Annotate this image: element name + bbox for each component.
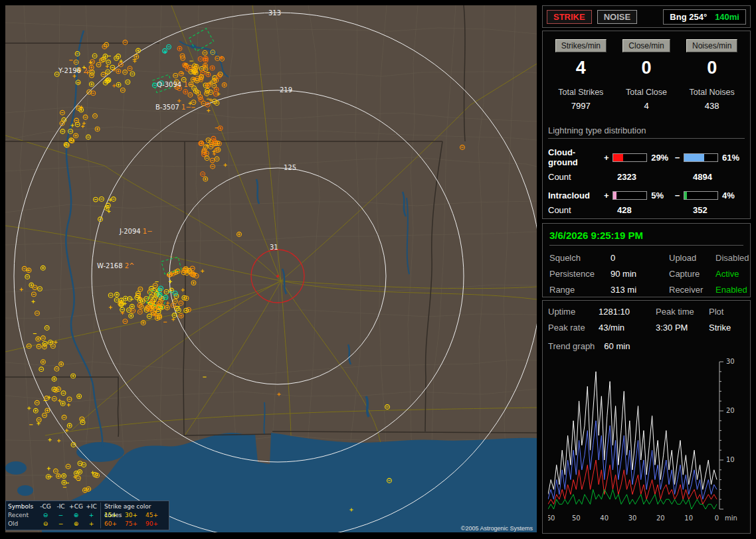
trend-series-intracloud <box>548 489 717 509</box>
legend-row-label: Recent <box>8 511 37 520</box>
legend-symbols-table: Symbols-CG-IC+CG+ICRecent⊖−⊕+Old⊖−⊕+ <box>8 502 98 528</box>
datetime-display: 3/6/2026 9:25:19 PM <box>549 230 743 246</box>
legend-col-header: +IC <box>84 502 98 511</box>
rate-label-button[interactable]: Close/min <box>622 39 670 52</box>
count-row: Count23234894 <box>548 172 745 182</box>
status-panel: 3/6/2026 9:25:19 PM Squelch0UploadDisabl… <box>542 223 751 297</box>
plot-value: Strike <box>709 323 745 333</box>
minus-count: 352 <box>693 205 708 215</box>
toolbar: STRIKE NOISE Bng 254° 140mi <box>542 5 751 28</box>
status-key: Range <box>549 285 611 295</box>
peak-rate-value: 43/min <box>599 323 656 333</box>
plus-sign: + <box>603 153 610 163</box>
plus-bar <box>613 153 647 162</box>
count-row: Count428352 <box>548 205 745 215</box>
minus-bar-fill <box>684 154 705 161</box>
legend-symbol: ⊕ <box>68 520 84 528</box>
rate-value: 4 <box>548 58 614 78</box>
legend-col-header: -IC <box>54 502 68 511</box>
copyright-text: ©2005 Astrogenic Systems <box>461 525 533 532</box>
legend-age-table: Strike age color codes 15+30+45+60+75+90… <box>100 502 167 528</box>
type-name: Intracloud <box>548 191 603 200</box>
peak-time-label: Peak time <box>656 307 709 317</box>
noise-mode-button[interactable]: NOISE <box>597 10 637 24</box>
total-label: Total Strikes <box>548 88 614 97</box>
type-name: Cloud-ground <box>548 147 603 167</box>
total-label: Total Noises <box>679 88 745 97</box>
rate-label-button[interactable]: Noises/min <box>686 39 737 52</box>
plus-bar-fill <box>613 154 623 161</box>
status-key: Persistence <box>549 269 611 279</box>
trend-graph-row: Trend graph 60 min <box>548 341 745 351</box>
svg-text:20: 20 <box>726 407 735 414</box>
rate-counters: Strikes/min4Close/min0Noises/min0 <box>548 39 745 78</box>
total-label: Total Close <box>614 88 680 97</box>
total-column: Total Noises438 <box>679 88 745 111</box>
distribution-row: Intracloud+5%−4% <box>548 191 745 200</box>
svg-text:J-2094 1−: J-2094 1− <box>119 228 153 235</box>
svg-text:10: 10 <box>684 514 693 522</box>
count-label: Count <box>548 172 617 182</box>
total-value: 4 <box>614 101 680 111</box>
legend-age-title: Strike age color codes <box>104 502 167 511</box>
trend-window-value: 60 min <box>604 341 630 351</box>
status-key: Upload <box>669 253 715 263</box>
svg-text:20: 20 <box>656 514 665 522</box>
plus-pct: 29% <box>651 153 674 163</box>
plus-pct: 5% <box>651 191 674 200</box>
nexstorm-app: { "credit": "©2005 Astrogenic Systems", … <box>0 0 756 539</box>
distribution-row: Cloud-ground+29%−61% <box>548 147 745 167</box>
svg-text:50: 50 <box>572 514 581 522</box>
bearing-value: Bng 254° <box>670 12 707 22</box>
counter-column: Strikes/min4 <box>548 39 614 78</box>
minus-count: 4894 <box>693 172 712 182</box>
rate-value: 0 <box>679 58 745 78</box>
counter-column: Noises/min0 <box>679 39 745 78</box>
plus-sign: + <box>603 191 610 200</box>
distribution-rows: Cloud-ground+29%−61%Count23234894Intracl… <box>548 147 745 215</box>
rate-label-button[interactable]: Strikes/min <box>555 39 607 52</box>
svg-text:40: 40 <box>600 514 609 522</box>
legend-age-value: 75+ <box>125 520 145 528</box>
total-column: Total Strikes7997 <box>548 88 614 111</box>
legend-symbols-title: Symbols <box>8 502 37 511</box>
status-key: Capture <box>669 269 715 279</box>
legend-age-value: 60+ <box>104 520 125 528</box>
bearing-display: Bng 254° 140mi <box>663 9 746 25</box>
minus-sign: − <box>674 153 681 163</box>
distribution-title: Lightning type distribution <box>548 125 745 139</box>
svg-text:125: 125 <box>284 164 296 171</box>
peak-rate-label: Peak rate <box>548 323 599 333</box>
status-key: Squelch <box>549 253 611 263</box>
svg-text:Q-3094 1−: Q-3094 1− <box>157 81 193 88</box>
svg-text:219: 219 <box>280 86 292 94</box>
status-value: Active <box>715 269 749 279</box>
legend-col-header: +CG <box>68 502 84 511</box>
status-value: Disabled <box>715 253 749 263</box>
total-column: Total Close4 <box>614 88 680 111</box>
svg-text:B-3507 1−: B-3507 1− <box>155 104 191 111</box>
plot-label: Plot <box>709 307 745 317</box>
lightning-map[interactable]: 31321912531 Y-2196 2−Q-3094 1−B-3507 1−J… <box>5 5 537 532</box>
counters-panel: Strikes/min4Close/min0Noises/min0 Total … <box>542 31 751 219</box>
legend-symbol: ⊖ <box>37 511 54 520</box>
status-key: Receiver <box>669 285 715 295</box>
minus-bar <box>684 153 718 162</box>
legend-symbol: + <box>84 511 98 520</box>
rate-value: 0 <box>614 58 680 78</box>
legend-age-value: 90+ <box>145 520 166 528</box>
status-value: 90 min <box>611 269 669 279</box>
total-value: 7997 <box>548 101 614 111</box>
status-value: Enabled <box>715 285 749 295</box>
plus-count: 428 <box>617 205 693 215</box>
status-value: 313 mi <box>611 285 669 295</box>
legend-age-value: 15+ <box>104 511 125 520</box>
svg-text:Y-2196 2−: Y-2196 2− <box>58 67 93 74</box>
minus-bar-fill <box>684 192 687 199</box>
minus-pct: 4% <box>722 191 745 200</box>
count-label: Count <box>548 205 617 215</box>
strike-mode-button[interactable]: STRIKE <box>547 10 592 24</box>
legend-symbol: ⊖ <box>37 520 54 528</box>
svg-text:min: min <box>725 514 737 522</box>
map-canvas[interactable]: 31321912531 Y-2196 2−Q-3094 1−B-3507 1−J… <box>5 5 537 532</box>
